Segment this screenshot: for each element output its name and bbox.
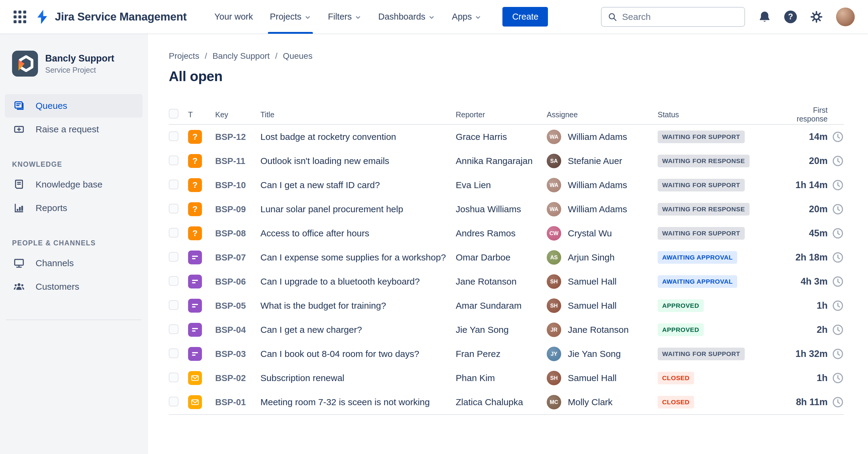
issue-title-link[interactable]: Subscription renewal: [260, 373, 344, 383]
issue-title-link[interactable]: Can I get a new charger?: [260, 325, 362, 335]
issue-key: BSP-01: [215, 397, 260, 407]
reporter-name: Jie Yan Song: [456, 325, 547, 335]
nav-item-apps[interactable]: Apps: [443, 0, 490, 34]
issue-key: BSP-11: [215, 156, 260, 166]
queue-row[interactable]: ? BSP-10 Can I get a new staff ID card? …: [169, 173, 844, 197]
search-input[interactable]: [622, 12, 738, 22]
issue-title-link[interactable]: Can I upgrade to a bluetooth keyboard?: [260, 276, 420, 286]
app-switcher-icon[interactable]: [13, 10, 27, 24]
sidebar-item-customers[interactable]: Customers: [5, 275, 143, 298]
issue-title-link[interactable]: Can I expense some supplies for a worksh…: [260, 252, 446, 262]
breadcrumb-queues[interactable]: Queues: [283, 51, 313, 61]
brand[interactable]: Jira Service Management: [34, 9, 187, 25]
issue-title-link[interactable]: Lunar solar panel procurement help: [260, 204, 403, 214]
sidebar-item-reports[interactable]: Reports: [5, 196, 143, 220]
assignee-name: Stefanie Auer: [568, 156, 622, 166]
nav-item-dashboards[interactable]: Dashboards: [370, 0, 443, 34]
first-response-time: 8h 11m: [796, 397, 828, 407]
issue-title-link[interactable]: What is the budget for training?: [260, 301, 386, 310]
row-checkbox[interactable]: [169, 373, 179, 382]
request-type-icon: ?: [188, 202, 202, 216]
status-badge: CLOSED: [658, 372, 694, 384]
search-box[interactable]: [601, 7, 745, 27]
status-badge: WAITING FOR SUPPORT: [658, 179, 745, 191]
clock-icon: [832, 276, 844, 287]
assignee-avatar: WA: [547, 202, 561, 216]
sidebar-item-knowledge-base[interactable]: Knowledge base: [5, 173, 143, 196]
project-type: Service Project: [45, 66, 114, 74]
sidebar-item-queues[interactable]: Queues: [5, 94, 143, 118]
nav-item-your-work[interactable]: Your work: [206, 0, 261, 34]
assignee-avatar: CW: [547, 226, 561, 241]
issue-title-link[interactable]: Meeting room 7-32 is sceen is not workin…: [260, 397, 430, 407]
create-button[interactable]: Create: [502, 7, 548, 27]
row-checkbox[interactable]: [169, 324, 179, 334]
request-type-icon: [188, 275, 202, 289]
row-checkbox[interactable]: [169, 131, 179, 141]
assignee-name: Jane Rotanson: [568, 325, 629, 335]
issue-title-link[interactable]: Can I get a new staff ID card?: [260, 180, 380, 190]
issue-key: BSP-09: [215, 204, 260, 214]
row-checkbox[interactable]: [169, 300, 179, 310]
issue-title-link[interactable]: Access to office after hours: [260, 228, 369, 238]
status-badge: CLOSED: [658, 396, 694, 408]
project-header[interactable]: Bancly Support Service Project: [0, 51, 147, 77]
column-header-assignee: Assignee: [547, 110, 658, 119]
queue-row[interactable]: ? BSP-08 Access to office after hours An…: [169, 221, 844, 245]
issue-key: BSP-12: [215, 132, 260, 142]
breadcrumb-projects[interactable]: Projects: [169, 51, 213, 61]
clock-icon: [832, 348, 844, 360]
user-avatar[interactable]: [836, 7, 855, 26]
settings-gear-icon[interactable]: [809, 10, 824, 24]
row-checkbox[interactable]: [169, 156, 179, 165]
chevron-down-icon: [428, 14, 435, 21]
queue-row[interactable]: ? BSP-09 Lunar solar panel procurement h…: [169, 197, 844, 221]
project-logo: [12, 51, 38, 77]
column-header-reporter: Reporter: [456, 110, 547, 119]
product-title: Jira Service Management: [55, 10, 187, 23]
assignee-name: William Adams: [568, 180, 627, 190]
row-checkbox[interactable]: [169, 349, 179, 358]
issue-title-link[interactable]: Lost badge at rocketry convention: [260, 132, 396, 142]
row-checkbox[interactable]: [169, 252, 179, 262]
first-response-time: 20m: [809, 156, 828, 167]
help-icon[interactable]: ?: [784, 10, 797, 23]
row-checkbox[interactable]: [169, 180, 179, 189]
top-nav-menu: Your work Projects Filters Dashboards Ap…: [206, 0, 490, 34]
issue-title-link[interactable]: Can I book out 8-04 room for two days?: [260, 349, 419, 359]
sidebar-item-label: Raise a request: [36, 124, 99, 134]
nav-item-filters[interactable]: Filters: [319, 0, 370, 34]
clock-icon: [832, 227, 844, 239]
notifications-bell-icon[interactable]: [758, 10, 772, 24]
row-checkbox[interactable]: [169, 276, 179, 286]
clock-icon: [832, 131, 844, 143]
nav-item-label: Dashboards: [378, 12, 425, 22]
queue-row[interactable]: BSP-07 Can I expense some supplies for a…: [169, 245, 844, 270]
first-response-time: 2h 18m: [795, 252, 828, 263]
sidebar-item-channels[interactable]: Channels: [5, 251, 143, 275]
queue-row[interactable]: ? BSP-11 Outlook isn't loading new email…: [169, 149, 844, 173]
issue-title-link[interactable]: Outlook isn't loading new emails: [260, 156, 390, 166]
nav-item-projects[interactable]: Projects: [261, 0, 319, 34]
queue-row[interactable]: BSP-04 Can I get a new charger? Jie Yan …: [169, 318, 844, 342]
queue-row[interactable]: BSP-06 Can I upgrade to a bluetooth keyb…: [169, 270, 844, 294]
queue-row[interactable]: BSP-02 Subscription renewal Phan Kim SH …: [169, 366, 844, 390]
row-checkbox[interactable]: [169, 397, 179, 406]
status-badge: WAITING FOR SUPPORT: [658, 347, 745, 360]
raise-request-icon: [13, 123, 25, 135]
reporter-name: Andres Ramos: [456, 228, 547, 238]
breadcrumb-project[interactable]: Bancly Support: [213, 51, 283, 61]
row-checkbox[interactable]: [169, 204, 179, 213]
sidebar-item-raise-a-request[interactable]: Raise a request: [5, 118, 143, 141]
queue-row[interactable]: BSP-01 Meeting room 7-32 is sceen is not…: [169, 390, 844, 414]
column-header-key: Key: [215, 110, 260, 119]
issue-key: BSP-04: [215, 325, 260, 335]
queue-row[interactable]: BSP-03 Can I book out 8-04 room for two …: [169, 342, 844, 366]
queue-row[interactable]: ? BSP-12 Lost badge at rocketry conventi…: [169, 125, 844, 149]
nav-item-label: Filters: [328, 12, 352, 22]
row-checkbox[interactable]: [169, 228, 179, 238]
queue-row[interactable]: BSP-05 What is the budget for training? …: [169, 294, 844, 318]
first-response-time: 45m: [809, 228, 828, 239]
assignee-avatar: SH: [547, 371, 561, 385]
select-all-checkbox[interactable]: [169, 109, 179, 119]
